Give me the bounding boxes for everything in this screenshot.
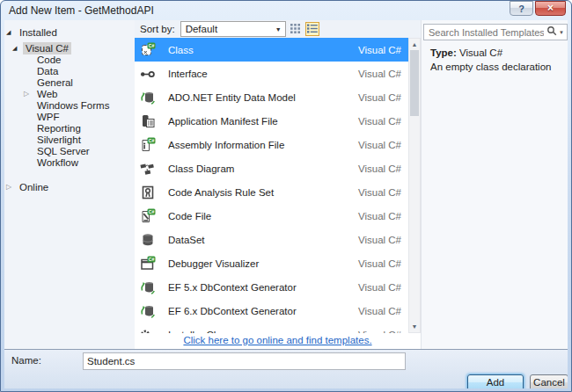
dialog-client-area: ◢Installed◢Visual C#CodeDataGeneral▷WebW… [4,20,568,388]
sort-dropdown-value: Default [186,24,217,34]
svg-text:C#: C# [149,43,155,48]
template-item-debugger-visualizer[interactable]: C#Debugger VisualizerVisual C# [135,251,408,275]
installer-icon [140,327,156,334]
tree-item-windows-forms[interactable]: Windows Forms [4,99,135,111]
tree-item-label: Online [17,181,51,193]
collapse-icon[interactable]: ◢ [6,29,17,36]
template-name: ADO.NET Entity Data Model [168,92,358,103]
template-item-installer-class[interactable]: Installer ClassVisual C# [135,323,408,333]
dataset-icon [140,232,156,248]
tree-item-label: Workflow [34,156,81,169]
template-language: Visual C# [358,92,401,103]
template-name: EF 5.x DbContext Generator [168,282,358,293]
template-name: Class [168,45,358,55]
collapse-icon[interactable]: ◢ [12,45,23,52]
template-item-class[interactable]: C#ClassVisual C# [135,38,408,62]
search-button[interactable]: ▼ [544,25,567,39]
template-language: Visual C# [358,187,401,198]
tree-item-sql-server[interactable]: SQL Server [4,145,135,156]
template-language: Visual C# [358,235,401,245]
tree-item-label: WPF [34,111,62,123]
interface-icon [140,66,156,82]
help-button[interactable]: ? [510,1,533,16]
template-item-ado-net-entity-data-model[interactable]: ADO.NET Entity Data ModelVisual C# [135,85,408,109]
template-description: An empty class declaration [430,62,551,72]
dialog-title: Add New Item - GetMethodAPI [9,4,154,17]
ef-generator-icon [140,303,156,319]
class-diagram-icon [140,161,156,177]
debugger-visualizer-icon: C# [140,256,156,272]
template-name: Application Manifest File [168,116,358,127]
tree-item-label: Reporting [34,122,84,134]
cancel-button[interactable]: Cancel [530,374,568,388]
template-language: Visual C# [358,163,401,174]
template-item-code-file[interactable]: C#Code FileVisual C# [135,204,408,228]
assembly-info-icon: C# [140,137,156,153]
tree-item-web[interactable]: ▷Web [4,88,135,99]
tree-item-online[interactable]: ▷Online [4,180,135,193]
entity-model-icon [140,90,156,105]
tree-item-workflow[interactable]: Workflow [4,156,135,168]
template-name: DataSet [168,235,358,245]
tree-item-label: Visual C# [23,42,71,54]
manifest-icon [140,113,156,129]
tree-item-label: Silverlight [34,134,84,146]
tree-item-data[interactable]: Data [4,65,135,76]
help-icon: ? [518,4,524,14]
add-button[interactable]: Add [467,374,524,388]
tree-item-visual-c[interactable]: ◢Visual C# [4,42,135,54]
tree-item-wpf[interactable]: WPF [4,111,135,122]
template-item-application-manifest-file[interactable]: Application Manifest FileVisual C# [135,109,408,133]
scrollbar-thumb[interactable] [410,50,419,116]
template-list: C#ClassVisual C#InterfaceVisual C#ADO.NE… [135,38,408,333]
template-item-assembly-information-file[interactable]: C#Assembly Information FileVisual C# [135,133,408,156]
search-input[interactable] [424,27,544,38]
template-item-code-analysis-rule-set[interactable]: Code Analysis Rule SetVisual C# [135,180,408,204]
tree-item-code[interactable]: Code [4,54,135,65]
expand-icon[interactable]: ▷ [24,90,34,98]
template-item-dataset[interactable]: DataSetVisual C# [135,228,408,251]
tree-item-reporting[interactable]: Reporting [4,122,135,134]
ef-generator-icon [140,279,156,295]
svg-text:C#: C# [149,257,155,262]
caption-buttons: ? × [510,1,566,16]
small-icons-view-button[interactable] [289,22,303,36]
template-language: Visual C# [358,140,401,150]
close-button[interactable]: × [535,1,566,16]
template-language: Visual C# [358,116,401,127]
template-item-ef-5-x-dbcontext-generator[interactable]: EF 5.x DbContext GeneratorVisual C# [135,275,408,299]
add-new-item-dialog: Add New Item - GetMethodAPI ? × ◢Install… [0,0,572,392]
tree-item-label: Web [34,88,60,100]
template-language: Visual C# [358,69,401,79]
footer-bar: Name: Add Cancel [4,349,568,388]
template-language: Visual C# [358,258,401,269]
tree-item-general[interactable]: General [4,76,135,88]
template-language: Visual C# [358,282,401,293]
template-item-class-diagram[interactable]: Class DiagramVisual C# [135,156,408,180]
list-view-button[interactable] [305,22,319,36]
type-label: Type: [430,47,457,58]
template-language: Visual C# [358,306,401,316]
template-name: Code Analysis Rule Set [168,187,358,198]
template-name: EF 6.x DbContext Generator [168,306,358,316]
expand-icon[interactable]: ▷ [6,183,17,191]
svg-text:C#: C# [149,138,155,143]
tree-item-silverlight[interactable]: Silverlight [4,134,135,145]
name-input[interactable] [83,352,406,370]
scrollbar-up-button[interactable]: ▲ [409,39,420,50]
tree-item-label: SQL Server [34,145,92,157]
title-bar: Add New Item - GetMethodAPI ? × [1,1,571,20]
template-name: Interface [168,69,358,79]
scrollbar-down-button[interactable]: ▼ [409,321,420,332]
chevron-down-icon: ▼ [559,30,564,35]
template-language: Visual C# [358,211,401,221]
template-item-ef-6-x-dbcontext-generator[interactable]: EF 6.x DbContext GeneratorVisual C# [135,299,408,323]
tree-item-installed[interactable]: ◢Installed [4,25,135,39]
tree-item-label: Code [34,54,64,66]
list-scrollbar[interactable]: ▲ ▼ [408,38,421,333]
name-label: Name: [11,355,41,366]
sort-dropdown[interactable]: Default ▼ [180,21,286,37]
template-item-interface[interactable]: InterfaceVisual C# [135,62,408,85]
browse-online-link[interactable]: Click here to go online and find templat… [183,335,371,345]
chevron-down-icon: ▼ [275,26,282,33]
